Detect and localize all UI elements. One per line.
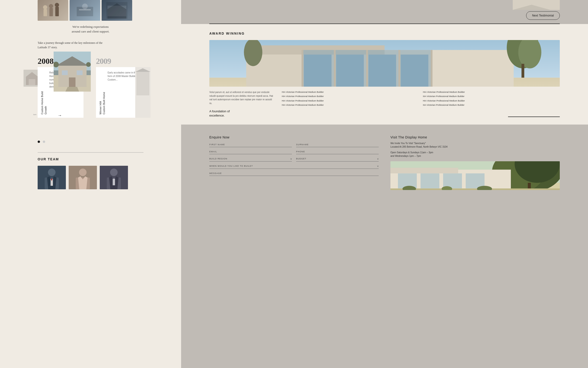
timeline-item-2008: 2008 Custom Home Build Growth Rebranding… (38, 57, 83, 118)
svg-point-30 (48, 169, 55, 176)
contact-row: EMAIL PHONE (209, 150, 379, 157)
svg-rect-0 (44, 9, 47, 16)
phone-field[interactable]: PHONE (296, 150, 379, 154)
timeline-card-2008-title: Custom Home Build Growth (40, 70, 47, 114)
award-item-5: HIA Victorian Professional Medium Builde… (282, 99, 419, 102)
grey-band (181, 125, 588, 129)
award-item-2: HIA Victorian Professional Medium Builde… (423, 90, 560, 93)
svg-rect-21 (77, 70, 83, 75)
svg-rect-22 (69, 77, 76, 87)
svg-rect-43 (113, 179, 115, 185)
top-right-thumbnail (513, 0, 560, 10)
team-photo-2 (70, 0, 100, 21)
svg-rect-57 (301, 50, 303, 87)
email-label: EMAIL (209, 150, 292, 153)
team-member-2-photo (69, 166, 97, 189)
award-section: AWARD WINNING (181, 24, 588, 125)
award-item-4: IIIA Victorian Professional Medium Build… (423, 95, 560, 98)
team-member-1-photo (38, 166, 66, 189)
svg-rect-7 (79, 9, 91, 10)
svg-rect-55 (368, 55, 396, 87)
team-member-2 (69, 166, 97, 189)
timeline-dots (38, 141, 143, 143)
first-name-field[interactable]: FIRST NAME (209, 143, 292, 147)
team-figure-1 (38, 0, 68, 21)
team-grid (38, 166, 143, 189)
svg-point-40 (110, 169, 118, 176)
visit-address: Located At 285 Belmore Road, North Belwy… (390, 145, 560, 149)
award-item-6: HIA Victorian Professional Medium Builde… (423, 99, 560, 102)
timeline-house-photo-2008 (54, 52, 91, 92)
phone-label: PHONE (296, 150, 379, 153)
award-item-8: IIIA Victorian Professional Medium Build… (423, 103, 560, 106)
award-content-area: Volut parum et, aut ut vellorest et vend… (209, 90, 560, 106)
email-field[interactable]: EMAIL (209, 150, 292, 154)
redefining-text: We're redefining expectations around car… (0, 25, 181, 34)
our-team-section: OUR TEAM (0, 143, 181, 189)
team-member-3-photo (100, 166, 128, 189)
visit-hours-2: and Wednesdays 1pm – 7pm (390, 154, 560, 158)
svg-rect-80 (443, 173, 462, 188)
enquire-section: Enquire Now FIRST NAME SURNAME EMAIL PHO… (209, 135, 379, 190)
message-field[interactable]: MESSAGE (209, 172, 379, 176)
svg-rect-2 (49, 8, 53, 16)
enquire-title: Enquire Now (209, 135, 379, 139)
our-team-title: OUR TEAM (38, 157, 143, 161)
enquire-visit-section: Enquire Now FIRST NAME SURNAME EMAIL PHO… (181, 129, 588, 197)
svg-point-36 (79, 169, 87, 176)
svg-rect-56 (401, 55, 429, 87)
timeline-arrow: → (58, 113, 62, 118)
when-to-build-chevron: ∨ (377, 165, 379, 167)
svg-point-8 (82, 4, 88, 9)
top-image-strip (0, 0, 181, 21)
awards-grid: HIA Victorian Professional Medium Builde… (282, 90, 560, 106)
svg-rect-60 (398, 50, 400, 87)
team-figure-3 (102, 0, 132, 21)
team-divider (38, 152, 143, 153)
svg-rect-59 (366, 50, 368, 87)
award-main-image (209, 40, 560, 87)
name-row: FIRST NAME SURNAME (209, 143, 379, 150)
svg-rect-4 (55, 7, 59, 16)
svg-rect-20 (62, 70, 68, 75)
svg-rect-27 (136, 72, 149, 95)
timeline-next-partial (135, 67, 150, 118)
when-to-build-label: WHEN WOULD YOU LIKE TO BUILD? (209, 165, 253, 167)
svg-rect-79 (421, 173, 439, 188)
right-panel: Next Testimonial AWARD WINNING (181, 0, 588, 368)
team-member-3 (100, 166, 128, 189)
budget-label: BUDGET (296, 157, 307, 160)
team-photo-1 (38, 0, 68, 21)
timeline-card-2009-body: Early accolades came in the form of 2008… (107, 70, 139, 114)
award-footer: A foundation of excellence. (209, 109, 560, 118)
award-title: AWARD WINNING (209, 32, 560, 35)
team-member-1 (38, 166, 66, 189)
svg-rect-54 (336, 55, 364, 87)
timeline-card-2009-title: Winner HIA Custom Built Home (99, 70, 105, 114)
visit-invite: We Invite You To Visit "Sanctuary" (390, 141, 560, 145)
award-footer-divider (508, 117, 560, 117)
build-region-select[interactable]: BUILD REGION ∨ (209, 157, 292, 162)
next-testimonial-button[interactable]: Next Testimonial (526, 11, 560, 20)
region-budget-row: BUILD REGION ∨ BUDGET ∨ (209, 157, 379, 165)
visit-hours-1: Open Saturdays & Sundays 11am – 3pm (390, 151, 560, 155)
foundation-text: A foundation of excellence. (209, 109, 230, 118)
timeline-intro: Take a journey through some of the key m… (38, 41, 104, 50)
timeline-prev-label: tom (25, 113, 36, 116)
svg-rect-58 (334, 50, 336, 87)
surname-field[interactable]: SURNAME (296, 143, 379, 147)
visit-title: Visit The Display Home (390, 135, 560, 139)
dot-1 (38, 141, 40, 143)
timeline-item-2009: 2009 Winner HIA Custom Built Home Early … (96, 57, 142, 118)
budget-chevron: ∨ (377, 157, 379, 160)
svg-point-3 (49, 4, 53, 8)
left-panel: We're redefining expectations around car… (0, 0, 181, 368)
award-item-1: HIA Victorian Professional Medium Builde… (282, 90, 419, 93)
dot-2 (43, 141, 45, 143)
when-to-build-select[interactable]: WHEN WOULD YOU LIKE TO BUILD? ∨ (209, 165, 379, 169)
svg-rect-14 (29, 79, 35, 85)
budget-select[interactable]: BUDGET ∨ (296, 157, 379, 162)
team-photo-3 (102, 0, 132, 21)
svg-rect-53 (304, 55, 332, 87)
svg-point-1 (43, 5, 47, 9)
